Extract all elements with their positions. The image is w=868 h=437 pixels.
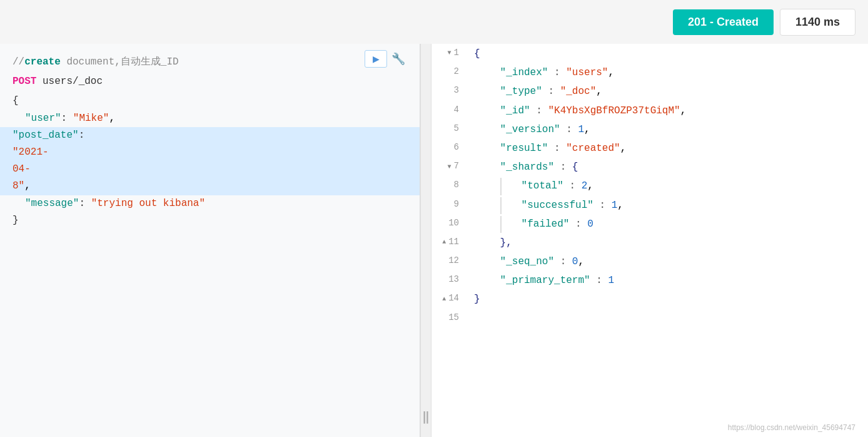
- run-button[interactable]: ▶: [365, 50, 387, 68]
- post-date-field-line: "post_date": "2021-04-8",: [0, 127, 420, 195]
- response-line-14: ▲ 14 }: [431, 289, 868, 308]
- line-number-4: 4: [431, 101, 469, 118]
- response-line-11: ▲ 11 },: [431, 233, 868, 252]
- line-number-15: 15: [431, 309, 469, 326]
- main-content: ▶ 🔧 //create document,自动生成_ID POST users…: [0, 44, 868, 437]
- status-badge: 201 - Created: [673, 9, 774, 35]
- line-content-2: "_index" : "users",: [469, 63, 868, 81]
- line-number-14: ▲ 14: [431, 289, 469, 306]
- line-number-8: 8: [431, 176, 469, 193]
- line-number-11: ▲ 11: [431, 233, 469, 250]
- comment-create-keyword: create: [24, 56, 61, 68]
- response-line-7: ▼ 7 "_shards" : {: [431, 157, 868, 176]
- left-panel: ▶ 🔧 //create document,自动生成_ID POST users…: [0, 44, 420, 437]
- open-brace-line: {: [13, 93, 407, 110]
- response-line-9: 9 "successful" : 1,: [431, 195, 868, 214]
- line-number-9: 9: [431, 195, 469, 212]
- line-content-10: "failed" : 0: [469, 214, 868, 233]
- comment-line: //create document,自动生成_ID: [13, 54, 407, 71]
- watermark: https://blog.csdn.net/weixin_45694747: [728, 423, 855, 432]
- comment-rest: document,自动生成_ID: [61, 56, 179, 68]
- response-line-1: ▼ 1 {: [431, 44, 868, 63]
- response-line-2: 2 "_index" : "users",: [431, 63, 868, 81]
- timing-badge: 1140 ms: [780, 9, 855, 36]
- fold-arrow-1[interactable]: ▼: [448, 48, 452, 58]
- close-brace-line: }: [13, 212, 407, 229]
- line-content-13: "_primary_term" : 1: [469, 270, 868, 289]
- editor-toolbar: ▶ 🔧: [365, 50, 407, 68]
- line-number-6: 6: [431, 138, 469, 155]
- fold-arrow-7[interactable]: ▼: [448, 162, 452, 172]
- line-content-12: "_seq_no" : 0,: [469, 252, 868, 270]
- line-content-5: "_version" : 1,: [469, 120, 868, 138]
- line-content-15: [469, 309, 868, 311]
- response-viewer[interactable]: ▼ 1 { 2 "_index" : "users",: [431, 44, 868, 437]
- comment-double-slash: //: [13, 56, 24, 68]
- divider-handle-icon: ‖: [422, 409, 430, 424]
- response-line-3: 3 "_type" : "_doc",: [431, 81, 868, 100]
- line-number-2: 2: [431, 63, 469, 80]
- line-content-4: "_id" : "K4YbsXgBfROZP37tGiqM",: [469, 101, 868, 120]
- header-bar: 201 - Created 1140 ms: [0, 0, 868, 44]
- line-content-6: "result" : "created",: [469, 138, 868, 157]
- response-line-6: 6 "result" : "created",: [431, 138, 868, 157]
- line-content-9: "successful" : 1,: [469, 195, 868, 214]
- line-number-3: 3: [431, 81, 469, 98]
- panel-divider[interactable]: ‖: [420, 44, 431, 437]
- line-content-8: "total" : 2,: [469, 176, 868, 195]
- line-number-13: 13: [431, 270, 469, 287]
- response-line-4: 4 "_id" : "K4YbsXgBfROZP37tGiqM",: [431, 101, 868, 120]
- right-panel: ▼ 1 { 2 "_index" : "users",: [431, 44, 868, 437]
- line-number-1: ▼ 1: [431, 44, 469, 61]
- wrench-icon[interactable]: 🔧: [390, 50, 407, 68]
- response-line-15: 15: [431, 309, 868, 326]
- line-content-3: "_type" : "_doc",: [469, 81, 868, 100]
- line-number-5: 5: [431, 120, 469, 136]
- line-content-1: {: [469, 44, 868, 63]
- request-line: POST users/_doc: [13, 73, 407, 90]
- line-content-14: }: [469, 289, 868, 308]
- code-editor: //create document,自动生成_ID POST users/_do…: [0, 44, 420, 239]
- response-line-12: 12 "_seq_no" : 0,: [431, 252, 868, 270]
- line-content-11: },: [469, 233, 868, 252]
- response-line-13: 13 "_primary_term" : 1: [431, 270, 868, 289]
- fold-arrow-14[interactable]: ▲: [442, 294, 446, 304]
- request-url: users/_doc: [43, 76, 103, 87]
- line-content-7: "_shards" : {: [469, 157, 868, 176]
- request-body: { "user": "Mike", "post_date": "2021-04-…: [13, 93, 407, 229]
- message-field-line: "message": "trying out kibana": [13, 195, 407, 212]
- http-method: POST: [13, 76, 36, 87]
- app-container: 201 - Created 1140 ms ▶ 🔧 //create docum…: [0, 0, 868, 437]
- response-line-10: 10 "failed" : 0: [431, 214, 868, 233]
- response-line-5: 5 "_version" : 1,: [431, 120, 868, 138]
- line-number-12: 12: [431, 252, 469, 269]
- line-number-7: ▼ 7: [431, 157, 469, 174]
- response-line-8: 8 "total" : 2,: [431, 176, 868, 195]
- user-field-line: "user": "Mike",: [13, 110, 407, 127]
- line-number-10: 10: [431, 214, 469, 231]
- fold-arrow-11[interactable]: ▲: [442, 237, 446, 247]
